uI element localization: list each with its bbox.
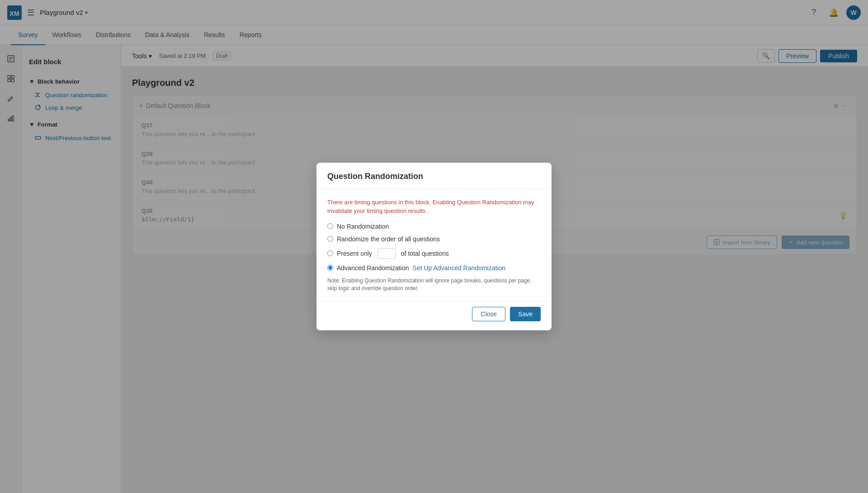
modal-footer: Close Save (316, 301, 552, 330)
radio-no-randomization-label: No Randomization (337, 223, 389, 230)
radio-present-only[interactable]: Present only of total questions (327, 248, 541, 259)
radio-advanced[interactable]: Advanced Randomization Set Up Advanced R… (327, 264, 541, 272)
modal-warning: There are timing questions in this block… (327, 198, 541, 216)
radio-no-randomization[interactable]: No Randomization (327, 223, 541, 230)
modal-body: There are timing questions in this block… (316, 189, 552, 301)
radio-advanced-input[interactable] (327, 265, 333, 271)
modal-close-button[interactable]: Close (472, 307, 505, 321)
question-randomization-modal: Question Randomization There are timing … (316, 163, 552, 331)
modal-overlay[interactable]: Question Randomization There are timing … (0, 0, 868, 493)
radio-no-randomization-input[interactable] (327, 223, 333, 229)
radio-present-only-label: Present only (337, 250, 372, 257)
setup-advanced-link[interactable]: Set Up Advanced Randomization (413, 264, 505, 272)
modal-save-button[interactable]: Save (510, 307, 541, 321)
present-only-number-input[interactable] (377, 248, 396, 259)
radio-advanced-label: Advanced Randomization (337, 264, 409, 272)
radio-randomize-all-label: Randomize the order of all questions (337, 235, 440, 243)
modal-title: Question Randomization (327, 172, 541, 181)
present-only-suffix: of total questions (401, 250, 449, 257)
modal-header: Question Randomization (316, 163, 552, 189)
radio-present-only-input[interactable] (327, 250, 333, 256)
radio-randomize-all-input[interactable] (327, 236, 333, 242)
radio-randomize-all[interactable]: Randomize the order of all questions (327, 235, 541, 243)
modal-note: Note: Enabling Question Randomization wi… (327, 277, 541, 292)
